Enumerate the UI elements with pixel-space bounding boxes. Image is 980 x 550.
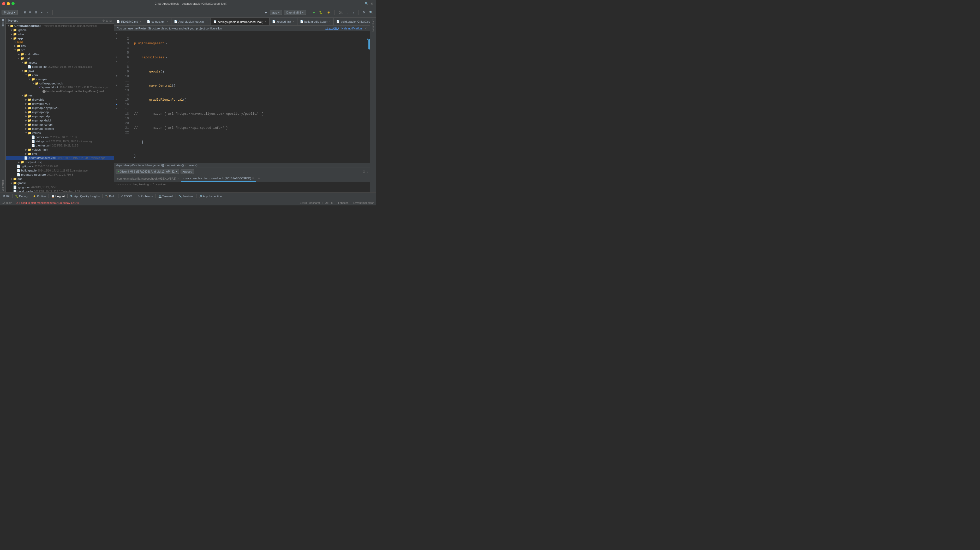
tool-build[interactable]: 🔨 Build [103, 194, 117, 198]
list-item[interactable]: ▶ 📁 libs [6, 44, 114, 48]
toolbar-list-btn[interactable]: ☰ [28, 10, 33, 15]
list-item[interactable]: ▼ build [6, 40, 114, 44]
tool-problems[interactable]: ⚠ Problems [136, 194, 154, 198]
list-item[interactable]: ▼ 📁 app [6, 36, 114, 40]
list-item[interactable]: ▼ 📁 main [6, 56, 114, 60]
maximize-button[interactable] [11, 2, 14, 5]
list-item[interactable]: 📄 build.gradle 2024/12/16, 17:42, 1.21 k… [6, 168, 114, 173]
list-item[interactable]: ▶ 📁 drawable [6, 97, 114, 101]
log-tab-1[interactable]: com.example.crifanxposedhook (91BX1VSA3)… [115, 175, 181, 182]
gutter-fold-2[interactable]: ▼ [114, 36, 119, 41]
tab-settings-gradle[interactable]: 📄 settings.gradle (CrifanXposedHook) ✕ [211, 18, 269, 25]
breadcrumb-item-1[interactable]: dependencyResolutionManagement{} [116, 164, 164, 167]
git-branch-status[interactable]: ⎇ main [2, 201, 12, 204]
list-item[interactable]: ▶ 📁 mipmap-hdpi [6, 110, 114, 114]
tool-services[interactable]: 🔧 Services [177, 194, 195, 198]
logcat-filter[interactable]: Xposed [181, 169, 194, 174]
clear-icon[interactable]: ⊘ [363, 170, 365, 173]
list-item[interactable]: ▶ 📁 mipmap-mdpi [6, 114, 114, 118]
log-tab-2[interactable]: com.example.crifanxposedhook (9C181A8D3C… [181, 175, 256, 182]
tab-close-btn[interactable]: ✕ [167, 20, 169, 23]
notification-close-btn[interactable]: ✓ [364, 27, 367, 30]
list-item-selected[interactable]: 📄 AndroidManifest.xml 2024/12/17, 11:15,… [6, 156, 114, 160]
tree-settings-icon[interactable]: ⚙ [102, 19, 105, 22]
gutter-fold-1[interactable]: ▼ [114, 31, 119, 36]
project-view-icon[interactable]: Project [1, 19, 5, 28]
tree-root[interactable]: ▼ 📁 CrifanXposedHook ~/dev/dev_root/crif… [6, 24, 114, 28]
debug-btn[interactable]: 🐛 [318, 10, 324, 15]
tool-git[interactable]: ⛃ Git [2, 194, 11, 198]
tree-expand-icon[interactable]: ⊞ [106, 19, 108, 22]
build-run-btn[interactable]: ▶ [264, 10, 268, 15]
list-item[interactable]: ▼ 📁 res [6, 94, 114, 97]
list-item[interactable]: ▶ 📁 values-night [6, 147, 114, 152]
gutter-fold-17[interactable]: ▾ [114, 106, 119, 111]
close-button[interactable] [2, 2, 5, 5]
list-item[interactable]: ⬤ handleLoadPackage(LoadPackageParam):vo… [6, 89, 114, 94]
list-item[interactable]: ▶ 📁 doc [6, 177, 114, 181]
tool-terminal[interactable]: 💻 Terminal [157, 194, 175, 198]
gutter-fold-15[interactable]: ▾ [114, 97, 119, 101]
list-item[interactable]: ▶ 📁 gradle [6, 181, 114, 185]
search-everywhere-btn[interactable]: 🔍 [368, 10, 374, 15]
bookmark-icon[interactable]: Bookmarks [2, 180, 4, 191]
log-tab-2-close[interactable]: ✕ [252, 177, 254, 180]
list-item[interactable]: 📄 proguard-rules.pro 2023/8/7, 10:29, 75… [6, 173, 114, 177]
hide-link[interactable]: Hide notification [342, 27, 362, 30]
tree-collapse-icon[interactable]: ⊟ [109, 19, 112, 22]
list-item[interactable]: ▼ 📁 assets [6, 60, 114, 65]
log-add-tab-btn[interactable]: ＋ [256, 176, 261, 181]
run-config-dropdown[interactable]: app ▾ [270, 10, 282, 15]
tab-close-btn[interactable]: ✕ [139, 20, 142, 23]
list-item[interactable]: ▼ 📁 values [6, 131, 114, 135]
tab-close-btn[interactable]: ✕ [206, 20, 208, 23]
indent-label[interactable]: 4 spaces [337, 201, 348, 204]
toolbar-minus-btn[interactable]: － [45, 10, 50, 15]
tool-todo[interactable]: ✓ TODO [119, 194, 134, 198]
tab-manifest[interactable]: 📄 AndroidManifest.xml ✕ [172, 18, 211, 25]
list-item[interactable]: ▶ 📁 .idea [6, 32, 114, 36]
tab-xposed-init[interactable]: 📄 xposed_init ✕ [269, 18, 298, 25]
list-item[interactable]: ▶ 📁 test [unitTest] [6, 160, 114, 164]
open-link[interactable]: Open (⌘;) [325, 27, 339, 30]
search-icon[interactable]: 🔍 [365, 2, 369, 5]
breadcrumb-item-2[interactable]: repositories{} [167, 164, 184, 167]
device-dropdown[interactable]: Xiaomi MI 8 ▾ [284, 10, 306, 15]
scroll-end-icon[interactable]: ↓ [367, 170, 368, 173]
list-item[interactable]: 📄 build.gradle 2023/8/7, 10:29, 229 B Ye… [6, 189, 114, 192]
tool-profiler[interactable]: ⚡ Profiler [31, 194, 48, 198]
gutter-fold-7[interactable]: ▾ [114, 59, 119, 64]
git-update-btn[interactable]: ↓ [346, 10, 350, 15]
tab-readme[interactable]: 📄 README.md ✕ [114, 18, 144, 25]
tool-logcat[interactable]: 📋 Logcat [50, 194, 66, 198]
list-item[interactable]: 📄 .gitignore 2023/8/7, 10:29, 225 B [6, 185, 114, 189]
gutter-fold-10[interactable]: ▼ [114, 73, 119, 78]
list-item[interactable]: ▶ 📁 mipmap-anydpi-v26 [6, 106, 114, 110]
log-tab-1-close[interactable]: ✕ [177, 177, 179, 180]
scrollbar-thumb[interactable] [368, 39, 370, 49]
list-item[interactable]: 📄 .gitignore 2023/8/7, 10:29, 6 B [6, 164, 114, 168]
tool-app-inspection[interactable]: 🔎 App Inspection [197, 194, 224, 198]
breadcrumb-item-3[interactable]: maven{} [187, 164, 197, 167]
list-item[interactable]: 📄 themes.xml 2023/8/7, 10:29, 818 B [6, 143, 114, 147]
encoding-label[interactable]: UTF-8 [325, 201, 332, 204]
list-item[interactable]: ▼ 📁 com [6, 73, 114, 77]
tab-build-gradle-root[interactable]: 📄 build.gradle (CrifanXposedHook) ✕ [334, 18, 370, 25]
code-editor[interactable]: pluginManagement { repositories { google… [131, 31, 349, 163]
toolbar-layout-btn[interactable]: ⊟ [33, 10, 38, 15]
list-item[interactable]: ▶ 📁 androidTest [6, 52, 114, 56]
device-selector[interactable]: ● Xiaomi MI 8 (f97a0408) Android 12, API… [116, 169, 179, 174]
list-item[interactable]: 📄 colors.xml 2023/8/7, 10:29, 378 B [6, 135, 114, 139]
layout-inspector-btn[interactable]: Layout Inspector [353, 201, 374, 204]
notifications-icon[interactable]: Notifications [372, 19, 374, 32]
list-item[interactable]: ▶ 📁 .gradle [6, 28, 114, 32]
tool-aqi[interactable]: 🔍 App Quality Insights [68, 194, 101, 198]
list-item[interactable]: 📄 xposed_init 2023/8/9, 10:45, 59 B 10 m… [6, 65, 114, 69]
gutter-fold-12[interactable]: ▼ [114, 83, 119, 87]
list-item[interactable]: ▼ 📁 java [6, 69, 114, 73]
run-btn[interactable]: ▶ [312, 10, 316, 15]
list-item[interactable]: ▶ 📁 mipmap-xhdpi [6, 118, 114, 122]
list-item[interactable]: ▶ 📁 mipmap-xxxhdpi [6, 127, 114, 131]
gear-icon[interactable]: ⚙ [371, 2, 374, 5]
tool-debug[interactable]: 🐛 Debug [14, 194, 29, 198]
